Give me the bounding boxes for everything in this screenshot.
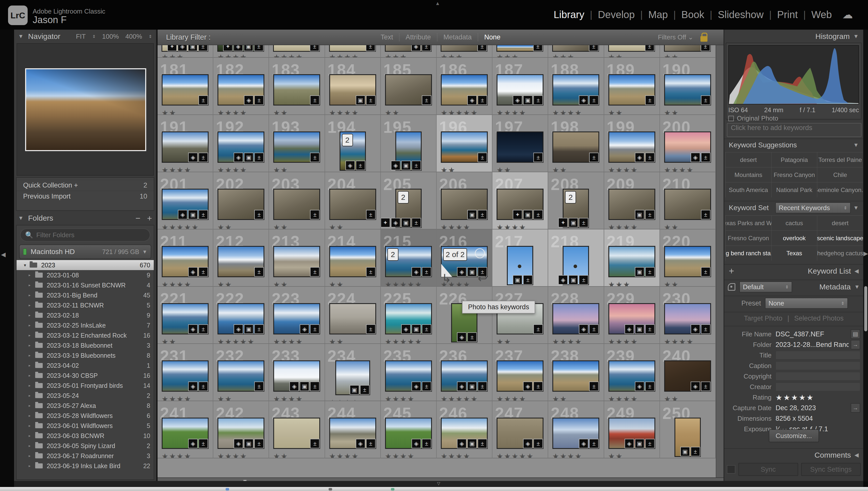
folder-disclosure-icon[interactable]: ▸ — [29, 464, 35, 468]
dev-badge-icon[interactable]: ± — [198, 381, 208, 391]
folder-disclosure-icon[interactable]: ▸ — [29, 323, 35, 327]
dev-badge-icon[interactable]: ± — [310, 153, 320, 162]
navigator-disclosure-icon[interactable]: ▼ — [18, 33, 24, 40]
stack-count-badge[interactable]: 2 — [398, 191, 409, 204]
module-tab-slideshow[interactable]: Slideshow — [712, 9, 769, 20]
dev-badge-icon[interactable]: ± — [254, 153, 264, 162]
photo-thumbnail[interactable]: ± — [329, 189, 376, 220]
photo-thumbnail-clipped[interactable]: ± — [496, 45, 543, 52]
keyword-button[interactable]: South America — [725, 182, 771, 197]
photo-cell-250[interactable]: 250▣±★★★★ — [660, 401, 716, 458]
photo-cell-220[interactable]: 220±★★ — [660, 229, 716, 287]
keyword-button[interactable]: desert — [725, 152, 771, 167]
photo-cell-207[interactable]: 207✦▣±★★★★ — [492, 172, 548, 229]
caption-input[interactable] — [776, 362, 860, 370]
photo-cell-partial[interactable]: ✦◈▣±★★★★ — [213, 45, 269, 58]
spark-badge-icon[interactable]: ✦ — [223, 45, 233, 51]
photo-thumbnail[interactable]: ◈± — [552, 303, 599, 335]
add-keyword-button[interactable]: + — [729, 266, 734, 277]
crop-badge-icon[interactable]: ▣ — [569, 218, 578, 227]
spark-badge-icon[interactable]: ✦ — [558, 218, 568, 227]
photo-cell-201[interactable]: 201◈▣±★★★★★ — [158, 172, 213, 229]
tag-badge-icon[interactable]: ◈ — [625, 324, 634, 334]
crop-badge-icon[interactable]: ▣ — [244, 153, 253, 162]
photo-thumbnail[interactable]: ✦▣± — [497, 189, 543, 220]
star-rating[interactable]: ★★★★★ — [385, 280, 422, 287]
dev-badge-icon[interactable]: ± — [422, 324, 431, 334]
dev-badge-icon[interactable]: ± — [310, 45, 319, 51]
photo-cell-221[interactable]: 221◈±★★ — [158, 287, 213, 344]
zoom-more-arrows-icon[interactable]: ⇕ — [149, 34, 152, 39]
dev-badge-icon[interactable]: ± — [579, 275, 588, 285]
keyword-button[interactable]: hedgehog cactus — [817, 246, 863, 261]
dev-badge-icon[interactable]: ± — [254, 95, 264, 105]
dev-badge-icon[interactable]: ± — [589, 381, 599, 391]
photo-cell-191[interactable]: 191◈±★★★★ — [158, 115, 213, 172]
collection-row[interactable]: Previous Import10 — [17, 191, 154, 202]
dev-badge-icon[interactable]: ± — [645, 324, 655, 334]
file-name-action-icon[interactable]: ▤ — [851, 329, 860, 339]
dev-badge-icon[interactable]: ± — [645, 153, 655, 162]
keyword-button[interactable]: National Park — [771, 182, 817, 197]
keyword-suggestions-header[interactable]: Keyword Suggestions ▼ — [724, 139, 863, 151]
photo-cell-216[interactable]: 2162 of 2◈▣±★★★★↳↩ — [437, 229, 492, 287]
keyword-list-disclosure-icon[interactable]: ◀ — [855, 268, 859, 275]
photo-cell-197[interactable]: 197±★★ — [492, 115, 548, 172]
keyword-button[interactable]: desert — [817, 215, 863, 230]
photo-cell-partial[interactable]: ◈±★★★ — [381, 45, 437, 58]
tag-badge-icon[interactable]: ◈ — [513, 95, 522, 105]
star-rating[interactable]: ★★ — [664, 223, 679, 229]
folder-disclosure-icon[interactable]: ▸ — [29, 373, 35, 378]
spark-badge-icon[interactable]: ✦ — [167, 45, 177, 51]
photo-thumbnail[interactable]: ± — [218, 189, 264, 220]
tag-badge-icon[interactable]: ◈ — [411, 45, 421, 51]
star-rating[interactable]: ★★ — [329, 337, 344, 344]
dev-badge-icon[interactable]: ± — [478, 153, 487, 162]
photo-cell-210[interactable]: 210±★★ — [660, 172, 716, 229]
folder-row[interactable]: ▸2023-06-01 Wildflowers5 — [17, 421, 154, 431]
keyword-button[interactable]: Texas — [771, 246, 817, 261]
star-rating[interactable]: ★★★★ — [273, 53, 303, 58]
photo-thumbnail-clipped[interactable]: ± — [608, 45, 655, 52]
photo-thumbnail-clipped[interactable]: ± — [552, 45, 599, 52]
dev-badge-icon[interactable]: ± — [366, 210, 376, 220]
photo-thumbnail[interactable]: ± — [664, 74, 711, 106]
dev-badge-icon[interactable]: ± — [366, 324, 376, 334]
file-name-value[interactable]: DSC_4387.NEF — [776, 330, 849, 338]
star-rating[interactable]: ★★★★ — [496, 395, 526, 401]
module-tab-web[interactable]: Web — [806, 9, 837, 20]
photo-cell-202[interactable]: 202±★★ — [213, 172, 269, 229]
photo-cell-194[interactable]: 1942◈±★★★★ — [325, 115, 381, 172]
dev-badge-icon[interactable]: ± — [411, 218, 421, 227]
photo-cell-212[interactable]: 212±★★ — [213, 229, 269, 287]
creator-input[interactable] — [776, 382, 860, 391]
dev-badge-icon[interactable]: ± — [589, 95, 599, 105]
histogram-header[interactable]: Histogram ▼ — [724, 30, 863, 43]
folder-disclosure-icon[interactable]: ▸ — [29, 283, 35, 287]
photo-cell-226[interactable]: 226◈±★★★★ — [437, 287, 492, 344]
photo-thumbnail[interactable]: ± — [664, 246, 711, 277]
photo-thumbnail[interactable]: ◈± — [552, 418, 599, 449]
photo-thumbnail[interactable]: ± — [552, 360, 599, 392]
crop-badge-icon[interactable]: ▣ — [411, 324, 421, 334]
star-rating[interactable]: ★★ — [385, 109, 400, 115]
star-rating[interactable]: ★★★★ — [162, 280, 192, 287]
photo-cell-219[interactable]: 219▣±★★★ — [604, 229, 660, 287]
folder-disclosure-icon[interactable]: ▸ — [29, 403, 35, 408]
folder-disclosure-icon[interactable]: ▸ — [29, 303, 35, 308]
folder-row[interactable]: ▸2023-02-11 BCNWR5 — [17, 300, 154, 310]
filter-option-attribute[interactable]: Attribute — [399, 33, 437, 41]
dev-badge-icon[interactable]: ± — [645, 267, 655, 277]
star-rating[interactable]: ★★★★ — [329, 452, 359, 458]
star-rating[interactable]: ★★★★ — [608, 395, 639, 401]
star-rating[interactable]: ★★ — [608, 53, 623, 58]
module-tab-map[interactable]: Map — [643, 9, 673, 20]
photo-thumbnail[interactable]: ◈▣± — [608, 303, 655, 335]
photo-cell-partial[interactable]: ±★★ — [604, 45, 660, 58]
filter-folders-input[interactable]: 🔍 Filter Folders — [20, 228, 150, 241]
photo-thumbnail-clipped[interactable]: ✦◈▣± — [162, 45, 208, 52]
dev-badge-icon[interactable]: ± — [701, 45, 710, 51]
photo-thumbnail[interactable]: ± — [273, 74, 320, 106]
go-to-date-icon[interactable]: → — [851, 403, 860, 413]
dev-badge-icon[interactable]: ± — [366, 95, 376, 105]
